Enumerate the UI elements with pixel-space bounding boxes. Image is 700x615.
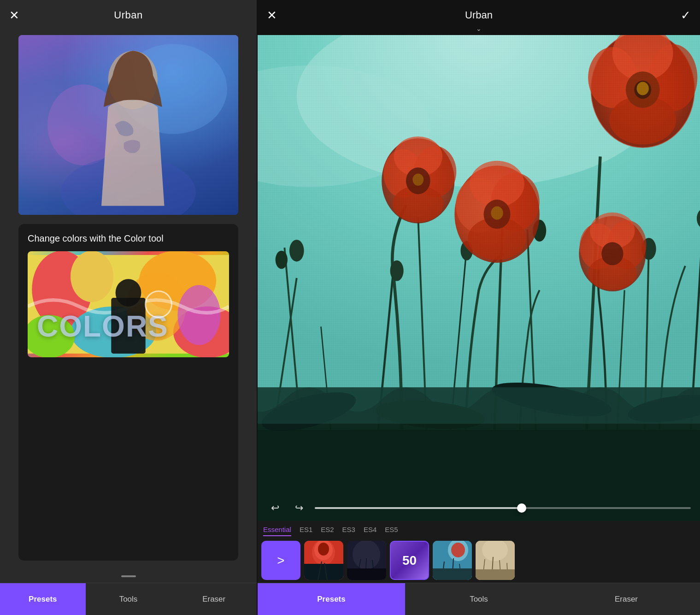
left-eraser-button[interactable]: Eraser	[171, 583, 257, 615]
preset-tab-es1[interactable]: ES1	[300, 526, 312, 536]
preset-tab-es3[interactable]: ES3	[342, 526, 355, 536]
left-close-button[interactable]: ✕	[9, 8, 19, 23]
right-header: ✕ Urban ✓	[258, 0, 700, 25]
slider-fill	[315, 507, 522, 509]
scroll-indicator	[0, 570, 257, 583]
right-check-button[interactable]: ✓	[681, 8, 691, 23]
right-bottom-nav: Presets Tools Eraser	[258, 583, 700, 615]
preset-value: 50	[402, 553, 417, 568]
preset-tab-es4[interactable]: ES4	[364, 526, 376, 536]
right-panel: ✕ Urban ✓ ⌄	[258, 0, 700, 615]
intensity-slider[interactable]	[315, 507, 691, 509]
svg-point-14	[116, 279, 141, 307]
left-bottom-nav: Presets Tools Eraser	[0, 583, 257, 615]
svg-point-99	[451, 543, 465, 557]
color-tool-circle	[145, 290, 172, 318]
preset-thumbnail-5	[476, 541, 515, 580]
info-card-title: Change colors with the Color tool	[28, 233, 229, 244]
color-demo-image: COLORS	[28, 251, 229, 357]
canvas-texture	[258, 35, 700, 521]
preset-item-active[interactable]: 50	[390, 541, 429, 580]
svg-point-87	[318, 543, 329, 556]
svg-point-12	[177, 285, 220, 345]
preset-chevron-button[interactable]: >	[261, 541, 300, 580]
svg-rect-88	[304, 564, 343, 580]
slider-thumb[interactable]	[517, 503, 526, 513]
preset-item-5[interactable]	[476, 541, 515, 580]
scroll-dot	[121, 575, 136, 577]
preset-item-2[interactable]	[347, 541, 386, 580]
chevron-down-icon: ⌄	[476, 25, 482, 32]
svg-point-11	[71, 251, 113, 302]
preset-tabs: Essential ES1 ES2 ES3 ES4 ES5	[258, 526, 700, 536]
chevron-down-area[interactable]: ⌄	[258, 25, 700, 35]
preset-item-1[interactable]	[304, 541, 343, 580]
photo-edit-area: ↩ ↪	[258, 35, 700, 521]
right-tools-button[interactable]: Tools	[405, 583, 553, 615]
left-title: Urban	[114, 9, 142, 21]
undo-button[interactable]: ↩	[267, 500, 283, 516]
left-panel: ✕ Urban Change colors with the C	[0, 0, 257, 615]
left-main-image-container	[0, 35, 257, 215]
preset-thumbnail-1	[304, 541, 343, 580]
preset-item-4[interactable]	[433, 541, 472, 580]
right-eraser-button[interactable]: Eraser	[553, 583, 700, 615]
preset-tab-es5[interactable]: ES5	[385, 526, 398, 536]
left-presets-button[interactable]: Presets	[0, 583, 86, 615]
right-presets-button[interactable]: Presets	[258, 583, 405, 615]
preset-tab-es2[interactable]: ES2	[321, 526, 334, 536]
svg-rect-110	[476, 569, 515, 580]
left-tools-button[interactable]: Tools	[86, 583, 171, 615]
left-header: ✕ Urban	[0, 0, 257, 30]
right-close-button[interactable]: ✕	[267, 8, 277, 23]
presets-bar: Essential ES1 ES2 ES3 ES4 ES5 >	[258, 521, 700, 583]
preset-thumbnail-2	[347, 541, 386, 580]
slider-area: ↩ ↪	[267, 500, 691, 516]
preset-items: >	[258, 541, 700, 580]
poppies-image: ↩ ↪	[258, 35, 700, 521]
svg-rect-96	[347, 568, 386, 580]
preset-tab-essential[interactable]: Essential	[263, 526, 291, 536]
preset-thumbnail-4	[433, 541, 472, 580]
left-main-image	[18, 35, 238, 215]
redo-button[interactable]: ↪	[291, 500, 307, 516]
info-card: Change colors with the Color tool	[18, 224, 238, 561]
person-artwork	[18, 35, 238, 215]
svg-rect-103	[433, 568, 472, 580]
chevron-right-icon: >	[277, 553, 284, 568]
right-title: Urban	[465, 9, 493, 21]
